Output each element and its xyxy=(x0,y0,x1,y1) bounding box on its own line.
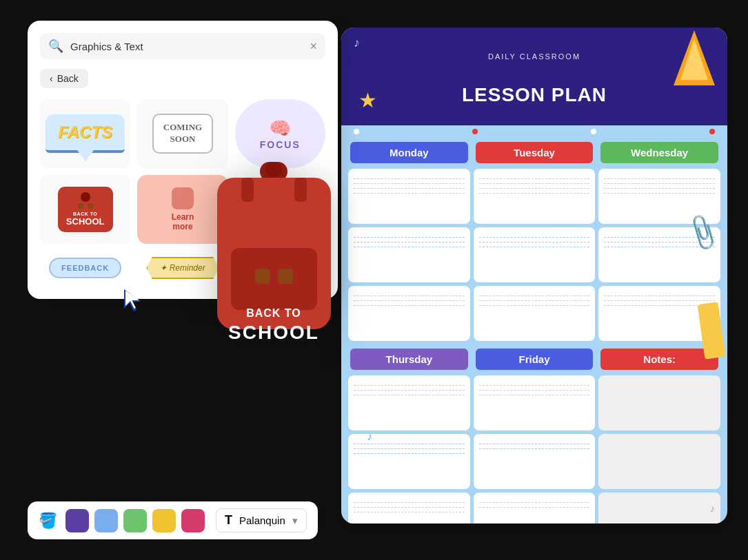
cell-notes-3 xyxy=(598,492,720,523)
cells-row3 xyxy=(348,286,720,341)
svg-rect-7 xyxy=(278,269,293,284)
backpack-eyes xyxy=(66,203,105,209)
triangle-decoration xyxy=(674,30,715,88)
sticker-back-to-school[interactable]: BACK TO SCHOOL xyxy=(40,175,130,244)
sticker-facts[interactable]: FACTS xyxy=(40,99,130,168)
cells-row6 xyxy=(348,492,720,523)
music-note-icon: ♪ xyxy=(354,36,360,50)
bottom-toolbar: 🪣 T Palanquin ▾ xyxy=(28,501,318,539)
font-name: Palanquin xyxy=(239,515,285,526)
star-decoration: ★ xyxy=(358,88,377,112)
color-swatch-yellow[interactable] xyxy=(152,509,176,532)
search-icon: 🔍 xyxy=(48,39,63,54)
day-friday-header: Friday xyxy=(476,349,594,370)
lesson-header: DAILY CLASSROOM LESSON PLAN ♪ xyxy=(341,28,727,125)
svg-text:SCHOOL: SCHOOL xyxy=(228,322,319,343)
backpack-svg: BACK TO SCHOOL xyxy=(203,158,345,358)
cell-mon-2 xyxy=(348,227,470,282)
day-thursday-header: Thursday xyxy=(350,349,468,370)
search-bar: 🔍 × xyxy=(40,33,325,59)
cell-mon-1 xyxy=(348,169,470,224)
svg-rect-10 xyxy=(241,178,254,202)
color-swatch-purple[interactable] xyxy=(65,509,89,532)
learn-more-text: Learnmore xyxy=(172,212,194,231)
cell-fri-1 xyxy=(474,375,596,431)
lesson-subtitle: DAILY CLASSROOM xyxy=(348,40,720,70)
day-monday-header: Monday xyxy=(350,142,468,163)
color-swatch-green[interactable] xyxy=(123,509,147,532)
sticker-coming-soon[interactable]: COMINGSOON xyxy=(137,99,228,168)
back-to-text: BACK TO xyxy=(66,211,105,216)
days-header-row1: Monday Tuesday Wednesday xyxy=(348,140,720,165)
back-button[interactable]: ‹ Back xyxy=(40,69,88,88)
days-header-row2: Thursday Friday Notes: xyxy=(348,346,720,372)
lesson-plan-card: DAILY CLASSROOM LESSON PLAN ♪ Monday Tue… xyxy=(341,28,727,523)
cell-tue-3 xyxy=(474,286,596,341)
svg-rect-3 xyxy=(265,162,282,177)
cell-tue-2 xyxy=(474,227,596,282)
header-dots-row xyxy=(341,125,727,134)
facts-tail xyxy=(77,150,94,161)
cell-thu-1 xyxy=(348,375,470,431)
backpack-handle xyxy=(81,192,90,202)
day-notes-header: Notes: xyxy=(600,349,718,370)
cell-tue-1 xyxy=(474,169,596,224)
search-input[interactable] xyxy=(70,41,310,52)
cell-fri-3 xyxy=(474,492,596,523)
dot-1 xyxy=(354,129,359,134)
cell-notes-1 xyxy=(598,375,720,431)
focus-brain-icon: 🧠 xyxy=(269,118,291,139)
cells-row1 xyxy=(348,169,720,224)
paint-bucket-icon: 🪣 xyxy=(39,512,57,530)
cursor xyxy=(124,289,141,314)
dropdown-icon: ▾ xyxy=(292,515,298,527)
facts-text: FACTS xyxy=(58,123,112,142)
feedback-text: FEEDBACK xyxy=(49,258,121,278)
cell-notes-2 xyxy=(598,434,720,489)
close-button[interactable]: × xyxy=(310,39,317,54)
cells-row5 xyxy=(348,434,720,489)
sticker-focus[interactable]: 🧠 FOCUS xyxy=(235,99,325,168)
chevron-left-icon: ‹ xyxy=(50,73,53,84)
school-text: SCHOOL xyxy=(66,216,105,227)
font-T-icon: T xyxy=(225,513,232,528)
cell-mon-3 xyxy=(348,286,470,341)
svg-rect-11 xyxy=(294,178,307,202)
music-note-mid: ♪ xyxy=(367,431,372,443)
dot-3 xyxy=(591,129,596,134)
day-wednesday-header: Wednesday xyxy=(600,142,718,163)
color-swatch-blue[interactable] xyxy=(94,509,118,532)
cell-thu-3 xyxy=(348,492,470,523)
focus-text: FOCUS xyxy=(260,139,301,150)
svg-text:BACK TO: BACK TO xyxy=(246,307,301,319)
music-note-bottom: ♪ xyxy=(710,503,715,514)
cells-row2 xyxy=(348,227,720,282)
font-selector[interactable]: T Palanquin ▾ xyxy=(216,508,307,532)
backpack-popup: BACK TO SCHOOL xyxy=(203,158,345,361)
lesson-grid-area: Monday Tuesday Wednesday xyxy=(341,134,727,523)
lesson-title: LESSON PLAN xyxy=(348,72,720,116)
learn-more-icon xyxy=(172,187,194,209)
svg-rect-5 xyxy=(231,248,317,310)
cell-fri-2 xyxy=(474,434,596,489)
dot-4 xyxy=(709,129,715,134)
coming-soon-text: COMINGSOON xyxy=(163,122,202,145)
dot-2 xyxy=(472,129,478,134)
cells-row4 xyxy=(348,375,720,431)
sticker-feedback[interactable]: FEEDBACK xyxy=(40,251,130,285)
svg-rect-6 xyxy=(255,269,270,284)
color-swatch-pink[interactable] xyxy=(181,509,205,532)
back-label: Back xyxy=(57,73,79,84)
day-tuesday-header: Tuesday xyxy=(476,142,594,163)
